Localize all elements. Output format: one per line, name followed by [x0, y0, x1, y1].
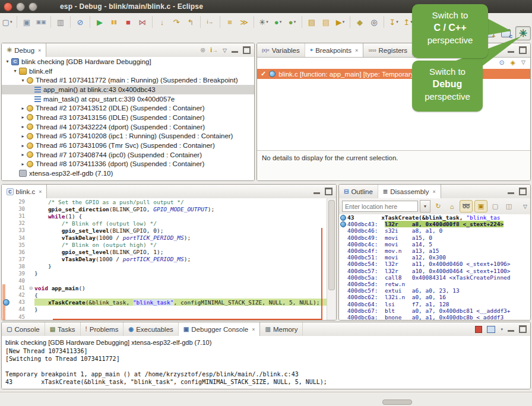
- view-menu-icon[interactable]: ▽: [523, 204, 527, 210]
- debug-tree-row[interactable]: ▸Thread #3 1073413156 (IDLE) (Suspended …: [2, 113, 254, 122]
- trace-control-button[interactable]: ≫: [238, 15, 251, 29]
- debug-history-button[interactable]: ✳▾: [257, 15, 270, 29]
- resume-button[interactable]: ▶: [93, 15, 106, 29]
- debug-tree-row[interactable]: ▸Thread #5 1073410208 (ipc1 : Running) (…: [2, 132, 254, 141]
- tree-expander-icon[interactable]: ▸: [20, 106, 26, 111]
- debug-tree-row[interactable]: app_main() at blink.c:43 0x400dbc43: [2, 85, 254, 94]
- show-debug-filters-button[interactable]: ≡: [223, 15, 236, 29]
- dropdown-arrow-icon[interactable]: ▾: [501, 327, 503, 332]
- debug-tree-row[interactable]: main_task() at cpu_start.c:339 0x400d057…: [2, 94, 254, 104]
- tab-disassembly[interactable]: ≣Disassembly×: [378, 185, 441, 198]
- close-icon[interactable]: ×: [432, 189, 435, 195]
- tab-blink-c[interactable]: c blink.c ×: [2, 185, 47, 198]
- close-icon[interactable]: ×: [38, 47, 41, 53]
- run-history-button[interactable]: ●▾: [271, 15, 284, 29]
- close-icon[interactable]: ×: [39, 189, 42, 195]
- code-editor[interactable]: 29 /* Set the GPIO as a push/pull output…: [2, 198, 327, 320]
- debug-tree-row[interactable]: ▸Thread #8 1073411336 (dport) (Suspended…: [2, 160, 254, 169]
- tree-expander-icon[interactable]: ▸: [20, 124, 26, 129]
- editor-scrollbar[interactable]: [327, 198, 336, 320]
- new-wizard-button[interactable]: ▢▾: [1, 15, 14, 29]
- window-maximize-button[interactable]: [28, 2, 37, 11]
- mark-occurrences-button[interactable]: ◆: [353, 15, 366, 29]
- instruction-stepping-button[interactable]: i→: [204, 15, 217, 29]
- skip-all-breakpoints-button[interactable]: ⊘: [74, 15, 87, 29]
- new-cpp-source-button[interactable]: ▤: [305, 15, 318, 29]
- tab-problems[interactable]: !Problems: [81, 322, 124, 336]
- tab-console[interactable]: ▢Console: [2, 322, 45, 336]
- close-icon[interactable]: ×: [252, 326, 255, 332]
- open-folder-button[interactable]: ▤: [319, 15, 332, 29]
- tree-expander-icon[interactable]: ▸: [20, 152, 26, 157]
- executables-icon: ◉: [128, 326, 134, 332]
- terminate-button[interactable]: ■: [122, 15, 135, 29]
- tab-outline[interactable]: ⊟Outline: [339, 185, 378, 198]
- debug-tree-row[interactable]: ▸Thread #6 1073431096 (Tmr Svc) (Suspend…: [2, 141, 254, 150]
- tab-debug[interactable]: ✳ Debug ×: [2, 43, 46, 57]
- maximize-icon[interactable]: [243, 46, 251, 54]
- minimize-icon[interactable]: [314, 192, 320, 194]
- window-minimize-button[interactable]: [16, 2, 25, 11]
- tab-registers[interactable]: 1010Registers: [363, 43, 413, 57]
- tab-variables[interactable]: (x)=Variables: [257, 43, 305, 57]
- tree-expander-icon[interactable]: ▸: [20, 115, 26, 120]
- debug-tree-row[interactable]: ▾blink.elf: [2, 66, 254, 76]
- tab-breakpoints[interactable]: ●Breakpoints×: [305, 43, 363, 57]
- track-pc-icon[interactable]: ➿: [460, 200, 473, 212]
- tab-executables[interactable]: ◉Executables: [124, 322, 178, 336]
- console-output[interactable]: blink checking [GDB Hardware Debugging] …: [2, 336, 530, 389]
- disconnect-button[interactable]: ⋈: [136, 15, 149, 29]
- minimize-icon[interactable]: [232, 51, 238, 53]
- breakpoint-icon[interactable]: [3, 299, 10, 306]
- tab-tasks[interactable]: ▤Tasks: [45, 322, 81, 336]
- window-close-button[interactable]: [4, 2, 12, 11]
- location-combo-arrow[interactable]: ▼: [420, 200, 430, 212]
- debug-tree-row[interactable]: ▾Cblink checking [GDB Hardware Debugging…: [2, 57, 254, 66]
- debug-tree-row[interactable]: ▾Thread #1 1073411772 (main : Running) (…: [2, 75, 254, 85]
- disassembly-listing[interactable]: 43 xTaskCreate(&blink_task, "blink_tas40…: [339, 214, 530, 320]
- save-button[interactable]: ▣: [20, 15, 33, 29]
- open-element-button[interactable]: ◎: [368, 15, 381, 29]
- terminate-icon[interactable]: [475, 326, 482, 333]
- horizontal-scrollbar[interactable]: [382, 399, 412, 405]
- breakpoint-row[interactable]: ✓ blink.c [function: app_main] [type: Te…: [257, 69, 530, 79]
- tree-expander-icon[interactable]: ▸: [20, 134, 26, 139]
- maximize-icon[interactable]: [519, 188, 527, 195]
- pin-view-icon[interactable]: ◫: [503, 201, 515, 212]
- save-all-button[interactable]: ▣▣: [34, 15, 48, 29]
- minimize-icon[interactable]: [508, 330, 514, 332]
- tree-expander-icon[interactable]: ▸: [20, 161, 26, 167]
- external-tools-button[interactable]: ●▾: [286, 15, 299, 29]
- minimize-icon[interactable]: [508, 192, 514, 194]
- tree-expander-icon[interactable]: ▾: [4, 59, 11, 64]
- debug-tree-row[interactable]: xtensa-esp32-elf-gdb (7.10): [2, 169, 254, 178]
- breakpoint-checkbox[interactable]: ✓: [261, 70, 266, 78]
- remove-all-terminated-button[interactable]: ⊗: [200, 46, 205, 54]
- maximize-icon[interactable]: [325, 188, 332, 195]
- close-icon[interactable]: ×: [355, 47, 358, 53]
- show-source-icon[interactable]: ▣: [474, 200, 487, 212]
- open-new-view-icon[interactable]: ▢: [489, 201, 501, 212]
- debug-tree-row[interactable]: ▸Thread #2 1073413512 (IDLE) (Suspended …: [2, 103, 254, 113]
- tab-memory[interactable]: ▥Memory: [260, 322, 303, 336]
- tab-debugger-console[interactable]: ▣Debugger Console×: [179, 322, 261, 336]
- display-console-icon[interactable]: [487, 326, 495, 333]
- tree-expander-icon[interactable]: ▾: [20, 78, 26, 83]
- launch-flash-button[interactable]: ▶▾: [334, 15, 347, 29]
- debug-tree-row[interactable]: ▸Thread #7 1073408744 (ipc0) (Suspended …: [2, 150, 254, 160]
- refresh-icon[interactable]: ↻: [432, 201, 444, 212]
- next-annotation-button[interactable]: ↧▾: [387, 15, 400, 29]
- step-into-button[interactable]: ↓: [156, 15, 169, 29]
- print-button[interactable]: ▥: [54, 15, 67, 29]
- tree-expander-icon[interactable]: ▾: [12, 68, 18, 74]
- home-icon[interactable]: ⌂: [446, 201, 458, 212]
- maximize-icon[interactable]: [519, 325, 527, 333]
- step-over-button[interactable]: ↷: [170, 15, 183, 29]
- instruction-stepping-mode-button[interactable]: i→: [210, 47, 218, 53]
- debug-tree-row[interactable]: ▸Thread #4 1073432224 (dport) (Suspended…: [2, 122, 254, 132]
- location-input[interactable]: [342, 201, 418, 212]
- suspend-button[interactable]: ▮▮: [107, 15, 121, 29]
- step-return-button[interactable]: ↰: [184, 15, 197, 29]
- tree-expander-icon[interactable]: ▸: [20, 143, 26, 148]
- view-menu-icon[interactable]: ▽: [223, 47, 227, 53]
